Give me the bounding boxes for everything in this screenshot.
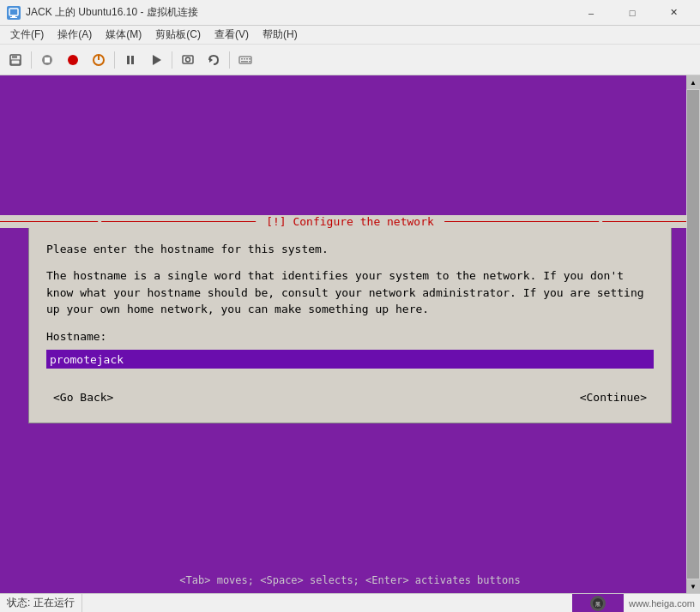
go-back-button[interactable]: <Go Back> bbox=[46, 389, 120, 405]
scroll-down[interactable]: ▼ bbox=[686, 579, 700, 593]
title-bar: JACK 上的 Ubuntu16.10 - 虚拟机连接 – □ ✕ bbox=[0, 0, 700, 26]
continue-button[interactable]: <Continue> bbox=[573, 389, 654, 405]
hostname-label: Hostname: bbox=[46, 328, 654, 345]
maximize-button[interactable]: □ bbox=[612, 0, 652, 26]
toolbar-pause-btn[interactable] bbox=[118, 48, 142, 72]
toolbar-sep-1 bbox=[31, 51, 32, 69]
status-empty bbox=[82, 594, 572, 612]
svg-rect-12 bbox=[131, 56, 134, 64]
menu-bar: 文件(F) 操作(A) 媒体(M) 剪贴板(C) 查看(V) 帮助(H) bbox=[0, 26, 700, 45]
hostname-input[interactable] bbox=[46, 350, 654, 369]
menu-view[interactable]: 查看(V) bbox=[208, 26, 256, 44]
dialog-line2: The hostname is a single word that ident… bbox=[46, 267, 654, 318]
dialog-buttons: <Go Back> <Continue> bbox=[46, 389, 654, 405]
bottom-hint-section: <Tab> moves; <Space> selects; <Enter> ac… bbox=[169, 571, 530, 593]
svg-rect-7 bbox=[45, 57, 50, 63]
toolbar-stop-btn[interactable] bbox=[35, 48, 59, 72]
toolbar-sep-2 bbox=[114, 51, 115, 69]
close-button[interactable]: ✕ bbox=[654, 0, 693, 26]
svg-rect-22 bbox=[249, 58, 250, 60]
svg-point-8 bbox=[68, 55, 78, 65]
dialog-wrapper: [!] Configure the network Please enter t… bbox=[11, 75, 689, 571]
window-title: JACK 上的 Ubuntu16.10 - 虚拟机连接 bbox=[26, 5, 198, 20]
purple-background: [!] Configure the network Please enter t… bbox=[0, 75, 700, 593]
watermark-url: www.heiga.com bbox=[624, 598, 700, 609]
watermark: 黑 bbox=[572, 594, 624, 613]
toolbar-play-btn[interactable] bbox=[144, 48, 168, 72]
svg-rect-21 bbox=[246, 58, 248, 60]
menu-action[interactable]: 操作(A) bbox=[51, 26, 99, 44]
status-bar: 状态: 正在运行 黑 www.heiga.com bbox=[0, 593, 700, 612]
svg-marker-13 bbox=[153, 55, 161, 65]
title-bar-left: JACK 上的 Ubuntu16.10 - 虚拟机连接 bbox=[7, 5, 198, 20]
svg-marker-17 bbox=[209, 57, 213, 63]
svg-point-15 bbox=[186, 57, 190, 62]
menu-media[interactable]: 媒体(M) bbox=[99, 26, 148, 44]
menu-file[interactable]: 文件(F) bbox=[3, 26, 51, 44]
toolbar-power-btn[interactable] bbox=[87, 48, 111, 72]
window-controls: – □ ✕ bbox=[571, 0, 693, 26]
toolbar-sep-4 bbox=[229, 51, 230, 69]
app-window: JACK 上的 Ubuntu16.10 - 虚拟机连接 – □ ✕ 文件(F) … bbox=[0, 0, 700, 612]
svg-rect-5 bbox=[11, 60, 20, 64]
toolbar-record-btn[interactable] bbox=[61, 48, 85, 72]
minimize-button[interactable]: – bbox=[571, 0, 611, 26]
toolbar-save-btn[interactable] bbox=[3, 48, 27, 72]
bottom-hint-text: <Tab> moves; <Space> selects; <Enter> ac… bbox=[179, 574, 520, 586]
status-text: 状态: 正在运行 bbox=[0, 594, 82, 612]
svg-text:黑: 黑 bbox=[595, 602, 600, 607]
menu-help[interactable]: 帮助(H) bbox=[256, 26, 305, 44]
toolbar-snapshot-btn[interactable] bbox=[176, 48, 200, 72]
dialog-content: Please enter the hostname for this syste… bbox=[46, 241, 654, 383]
toolbar bbox=[0, 45, 700, 75]
toolbar-sep-3 bbox=[172, 51, 172, 69]
svg-rect-2 bbox=[10, 17, 17, 18]
toolbar-keyboard-btn[interactable] bbox=[233, 48, 257, 72]
main-content: [!] Configure the network Please enter t… bbox=[0, 75, 700, 593]
svg-rect-1 bbox=[12, 15, 15, 17]
dialog-line1: Please enter the hostname for this syste… bbox=[46, 241, 654, 258]
svg-rect-11 bbox=[127, 56, 130, 64]
svg-rect-23 bbox=[241, 61, 243, 63]
dialog-title: [!] Configure the network bbox=[0, 215, 700, 228]
svg-rect-18 bbox=[239, 57, 251, 63]
svg-rect-0 bbox=[9, 9, 18, 15]
menu-clipboard[interactable]: 剪贴板(C) bbox=[148, 26, 208, 44]
svg-rect-20 bbox=[244, 58, 245, 60]
scroll-thumb[interactable] bbox=[687, 90, 699, 579]
svg-rect-19 bbox=[241, 58, 243, 60]
scrollbar[interactable]: ▲ ▼ bbox=[686, 75, 700, 593]
status-right: 黑 www.heiga.com bbox=[572, 594, 700, 612]
svg-rect-25 bbox=[249, 61, 250, 63]
configure-network-dialog: [!] Configure the network Please enter t… bbox=[28, 223, 672, 424]
vm-icon bbox=[7, 6, 21, 20]
scroll-up[interactable]: ▲ bbox=[686, 75, 700, 89]
svg-rect-24 bbox=[243, 61, 248, 63]
toolbar-undo-btn[interactable] bbox=[202, 48, 226, 72]
svg-rect-4 bbox=[12, 55, 17, 58]
svg-rect-16 bbox=[185, 55, 190, 57]
watermark-logo: 黑 bbox=[590, 596, 606, 611]
